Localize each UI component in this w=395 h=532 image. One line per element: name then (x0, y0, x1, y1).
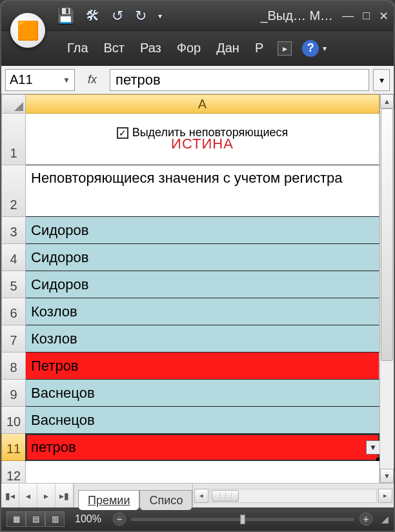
row-9: 9Васнецов (1, 380, 380, 407)
status-bar: ▦ ▤ ▥ 100% − + ◢ (1, 507, 394, 531)
name-box[interactable]: A11 ▼ (5, 69, 75, 91)
save-icon[interactable]: 💾 (57, 8, 74, 25)
zoom-out-button[interactable]: − (113, 513, 126, 526)
minimize-button[interactable]: — (342, 9, 354, 23)
cell-a10[interactable]: Васнецов (26, 407, 380, 434)
row-header[interactable]: 8 (1, 353, 26, 380)
row-header[interactable]: 5 (1, 271, 26, 298)
sheet-tabs: Премии Списо (74, 484, 192, 507)
window-controls: — □ ✕ (342, 9, 389, 23)
formula-input[interactable] (110, 69, 369, 91)
cell-a12[interactable] (26, 461, 380, 483)
worksheet-grid[interactable]: A 1✓Выделить неповторяющиесяИСТИНА2Непов… (1, 94, 380, 483)
vertical-scrollbar[interactable]: ▲ ▼ (380, 94, 394, 483)
ribbon-tab-home[interactable]: Гла (59, 37, 96, 59)
tab-nav-last[interactable]: ▸▮ (56, 484, 74, 507)
view-page-break-button[interactable]: ▥ (45, 511, 65, 527)
hscroll-right-button[interactable]: ▸ (378, 489, 392, 503)
vscroll-track[interactable] (380, 108, 394, 469)
cell-text: Козлов (31, 331, 77, 347)
resize-grip-icon[interactable]: ◢ (381, 514, 389, 524)
zoom-slider[interactable]: − + (113, 513, 372, 526)
ribbon-dropdown-icon[interactable]: ▾ (319, 44, 330, 53)
cell-a3[interactable]: Сидоров (26, 217, 380, 244)
scroll-down-button[interactable]: ▼ (380, 469, 394, 483)
row-header[interactable]: 1 (1, 114, 26, 165)
ribbon-tab-layout[interactable]: Раз (132, 37, 169, 59)
office-button[interactable]: 🟧 (10, 13, 45, 48)
row-header[interactable]: 3 (1, 217, 26, 244)
cell-a4[interactable]: Сидоров (26, 244, 380, 271)
horizontal-scrollbar[interactable]: ◂ ⋮⋮⋮ ▸ (192, 484, 394, 507)
ribbon-tab-insert[interactable]: Вст (96, 37, 133, 59)
row-4: 4Сидоров (1, 244, 380, 271)
row-3: 3Сидоров (1, 217, 380, 244)
zoom-thumb[interactable] (240, 515, 245, 524)
name-box-dropdown-icon[interactable]: ▼ (63, 76, 70, 85)
cell-a9[interactable]: Васнецов (26, 380, 380, 407)
row-12: 12 (1, 461, 380, 483)
row-header[interactable]: 10 (1, 407, 26, 434)
sheet-tab-spisok[interactable]: Списо (139, 490, 192, 510)
row-header[interactable]: 9 (1, 380, 26, 407)
view-page-layout-button[interactable]: ▤ (26, 511, 45, 527)
sheet-tab-bar: ▮◂ ◂ ▸ ▸▮ Премии Списо ◂ ⋮⋮⋮ ▸ (1, 483, 394, 507)
row-header[interactable]: 2 (1, 165, 26, 217)
title-bar: 🟧 💾 🛠 ↺ ↻ ▾ _Выд… M… — □ ✕ (1, 1, 394, 31)
hscroll-track[interactable]: ⋮⋮⋮ (210, 489, 377, 503)
row-header[interactable]: 7 (1, 325, 26, 353)
cell-a5[interactable]: Сидоров (26, 271, 380, 298)
tab-nav-next[interactable]: ▸ (37, 484, 56, 507)
formula-bar-expand-icon[interactable]: ▾ (373, 69, 390, 91)
row-10: 10Васнецов (1, 407, 380, 434)
quick-access-toolbar: 💾 🛠 ↺ ↻ ▾ (57, 8, 162, 25)
close-button[interactable]: ✕ (379, 9, 389, 23)
zoom-percent[interactable]: 100% (75, 513, 101, 525)
app-window: 🟧 💾 🛠 ↺ ↻ ▾ _Выд… M… — □ ✕ Гла Вст Раз Ф… (0, 0, 395, 532)
cell-text: Сидоров (31, 276, 88, 293)
ribbon-expand-icon[interactable]: ▸ (278, 41, 292, 56)
truth-value: ИСТИНА (171, 136, 234, 152)
ribbon-tab-data[interactable]: Дан (208, 37, 247, 59)
vscroll-thumb[interactable] (381, 108, 393, 361)
maximize-button[interactable]: □ (363, 9, 370, 23)
cell-text: петров (31, 439, 76, 456)
fx-icon[interactable]: fx (79, 73, 106, 87)
tool-icon[interactable]: 🛠 (86, 8, 100, 25)
cell-a1[interactable]: ✓Выделить неповторяющиесяИСТИНА (26, 114, 380, 165)
cell-a11[interactable]: петров▼ (26, 434, 380, 461)
redo-icon[interactable]: ↻ (135, 8, 147, 25)
column-header-a[interactable]: A (26, 94, 380, 114)
undo-icon[interactable]: ↺ (112, 8, 123, 25)
ribbon-tab-formulas[interactable]: Фор (169, 37, 208, 59)
row-header[interactable]: 6 (1, 298, 26, 325)
zoom-track[interactable] (131, 518, 354, 521)
cell-text: Сидоров (31, 249, 88, 266)
row-header[interactable]: 12 (1, 461, 26, 483)
office-logo-icon: 🟧 (17, 20, 39, 41)
row-header[interactable]: 4 (1, 244, 26, 271)
cell-text: Васнецов (31, 385, 95, 402)
view-normal-button[interactable]: ▦ (6, 511, 26, 527)
zoom-in-button[interactable]: + (360, 513, 372, 526)
qat-more-icon[interactable]: ▾ (158, 12, 162, 21)
hscroll-left-button[interactable]: ◂ (194, 489, 208, 503)
cell-a7[interactable]: Козлов (26, 325, 380, 353)
cell-text: Неповторяющиеся значения с учетом регист… (31, 169, 342, 187)
row-header[interactable]: 11 (1, 434, 26, 461)
cell-a6[interactable]: Козлов (26, 298, 380, 325)
row-11: 11петров▼ (1, 434, 380, 461)
sheet-tab-premii[interactable]: Премии (78, 490, 139, 510)
hscroll-thumb[interactable]: ⋮⋮⋮ (212, 490, 239, 502)
ribbon-tab-review[interactable]: Р (247, 37, 271, 59)
cell-text: Петров (31, 358, 79, 374)
scroll-up-button[interactable]: ▲ (380, 94, 394, 108)
checkbox-icon[interactable]: ✓ (117, 127, 128, 139)
tab-nav-prev[interactable]: ◂ (19, 484, 37, 507)
help-icon[interactable]: ? (302, 40, 319, 57)
cell-a8[interactable]: Петров (26, 353, 380, 380)
tab-nav-first[interactable]: ▮◂ (1, 484, 19, 507)
cell-dropdown-icon[interactable]: ▼ (366, 440, 380, 455)
select-all-button[interactable] (1, 94, 26, 114)
cell-a2[interactable]: Неповторяющиеся значения с учетом регист… (26, 165, 380, 217)
